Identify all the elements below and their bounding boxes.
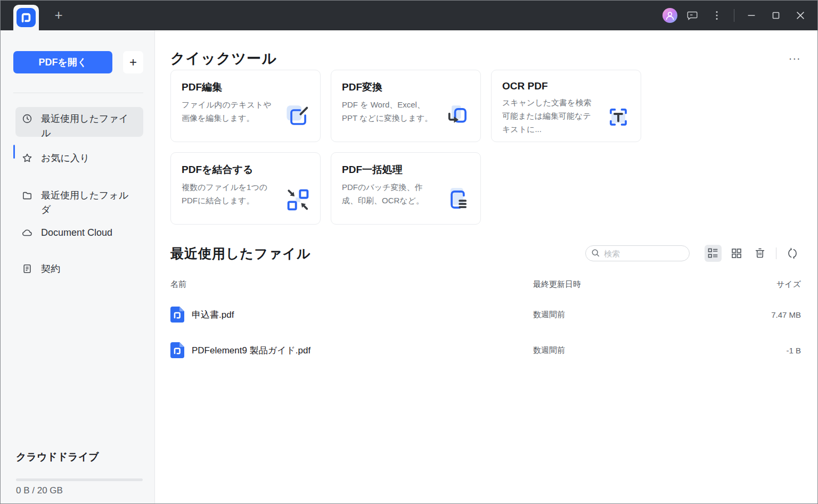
cloud-drive-title: クラウドドライブ	[16, 450, 144, 464]
folder-icon	[22, 190, 32, 201]
sidebar-item-recent-folders[interactable]: 最近使用したフォルダ	[15, 184, 143, 222]
create-pdf-button[interactable]: +	[123, 51, 143, 73]
table-header: 名前 最終更新日時 サイズ	[170, 279, 801, 290]
new-tab-button[interactable]: +	[51, 7, 67, 23]
minimize-button[interactable]	[742, 6, 761, 25]
menu-kebab-icon[interactable]	[707, 6, 726, 25]
pdfelement-logo-icon	[17, 8, 36, 27]
contract-icon	[22, 263, 32, 274]
recent-files-toolbar	[585, 245, 801, 262]
main-content: クイックツール ... PDF編集 ファイル内のテキストや画像を編集します。 P…	[155, 30, 817, 504]
account-avatar[interactable]	[662, 8, 677, 23]
column-name[interactable]: 名前	[170, 279, 533, 290]
cloud-drive-panel: クラウドドライブ 0 B / 20 GB	[16, 450, 144, 504]
edit-pdf-icon	[284, 103, 312, 133]
card-ocr-pdf[interactable]: OCR PDF スキャンした文書を検索可能または編集可能なテキストに...	[491, 70, 641, 142]
column-size[interactable]: サイズ	[693, 279, 801, 290]
card-title: PDFを結合する	[182, 163, 309, 177]
sidebar-item-label: Document Cloud	[41, 226, 133, 240]
search-input[interactable]	[585, 245, 690, 261]
card-convert-pdf[interactable]: PDF変換 PDF を Word、Excel、PPT などに変換します。	[331, 70, 481, 142]
toolbar-divider	[776, 247, 776, 259]
selected-item-accent	[13, 145, 15, 159]
feedback-icon[interactable]	[683, 6, 702, 25]
sidebar-item-document-cloud[interactable]: Document Cloud	[15, 221, 143, 245]
grid-view-button[interactable]	[728, 245, 745, 262]
column-modified[interactable]: 最終更新日時	[533, 279, 693, 290]
sidebar-item-contract[interactable]: 契約	[15, 257, 143, 281]
card-description: ファイル内のテキストや画像を編集します。	[182, 98, 273, 125]
titlebar-controls	[662, 1, 810, 30]
table-row[interactable]: 申込書.pdf 数週間前 7.47 MB	[170, 304, 801, 325]
card-description: PDFのバッチ変換、作成、印刷、OCRなど。	[342, 180, 433, 207]
sidebar-item-label: 契約	[41, 262, 133, 276]
card-title: PDF変換	[342, 80, 470, 94]
app-tab[interactable]	[13, 5, 39, 30]
table-row[interactable]: PDFelement9 製品ガイド.pdf 数週間前 -1 B	[170, 340, 801, 361]
batch-pdf-icon	[444, 186, 472, 216]
card-batch-pdf[interactable]: PDF一括処理 PDFのバッチ変換、作成、印刷、OCRなど。	[331, 152, 481, 225]
clock-icon	[22, 113, 32, 124]
recent-files-title: 最近使用したファイル	[170, 245, 311, 262]
sidebar-item-label: 最近使用したフォルダ	[41, 188, 133, 217]
search-box	[585, 245, 690, 261]
quick-tools-cards: PDF編集 ファイル内のテキストや画像を編集します。 PDF変換 PDF を W…	[170, 70, 801, 225]
titlebar-divider	[734, 9, 734, 22]
search-icon	[591, 249, 600, 260]
file-modified: 数週間前	[533, 310, 693, 320]
cloud-icon	[22, 227, 32, 238]
pdf-file-icon	[170, 342, 184, 358]
file-size: 7.47 MB	[693, 310, 801, 319]
refresh-icon[interactable]	[784, 245, 801, 262]
sidebar-item-label: 最近使用したファイル	[41, 112, 133, 137]
maximize-button[interactable]	[766, 6, 786, 25]
card-edit-pdf[interactable]: PDF編集 ファイル内のテキストや画像を編集します。	[170, 70, 321, 142]
cloud-storage-usage: 0 B / 20 GB	[16, 485, 144, 496]
titlebar: +	[1, 1, 817, 30]
card-description: 複数のファイルを1つのPDFに結合します。	[182, 180, 273, 207]
file-size: -1 B	[693, 346, 801, 355]
card-description: スキャンした文書を検索可能または編集可能なテキストに...	[502, 96, 594, 136]
cloud-storage-progressbar	[16, 478, 143, 481]
card-combine-pdf[interactable]: PDFを結合する 複数のファイルを1つのPDFに結合します。	[170, 152, 321, 225]
card-title: PDF編集	[182, 80, 309, 94]
sidebar: PDFを開く + 最近使用したファイル お気に入り	[1, 30, 155, 504]
file-name: 申込書.pdf	[192, 309, 234, 321]
clear-recent-icon[interactable]	[751, 245, 768, 262]
combine-pdf-icon	[284, 186, 312, 216]
close-button[interactable]	[791, 6, 810, 25]
card-description: PDF を Word、Excel、PPT などに変換します。	[342, 98, 433, 125]
card-title: OCR PDF	[502, 80, 630, 92]
sidebar-item-recent-files[interactable]: 最近使用したファイル	[15, 107, 143, 137]
file-name: PDFelement9 製品ガイド.pdf	[192, 344, 310, 357]
open-pdf-button[interactable]: PDFを開く	[13, 51, 112, 73]
ocr-pdf-icon	[604, 103, 632, 133]
sidebar-divider	[13, 93, 143, 93]
quick-tools-more-button[interactable]: ...	[789, 53, 801, 64]
pdf-file-icon	[170, 307, 184, 323]
convert-pdf-icon	[444, 103, 472, 133]
star-icon	[22, 153, 32, 163]
quick-tools-title: クイックツール	[170, 49, 277, 68]
card-title: PDF一括処理	[342, 163, 470, 177]
list-view-button[interactable]	[705, 245, 722, 262]
app-window: + PDFを開く	[0, 0, 818, 504]
sidebar-item-label: お気に入り	[41, 151, 133, 166]
file-modified: 数週間前	[533, 345, 693, 356]
sidebar-item-favorites[interactable]: お気に入り	[15, 146, 143, 170]
